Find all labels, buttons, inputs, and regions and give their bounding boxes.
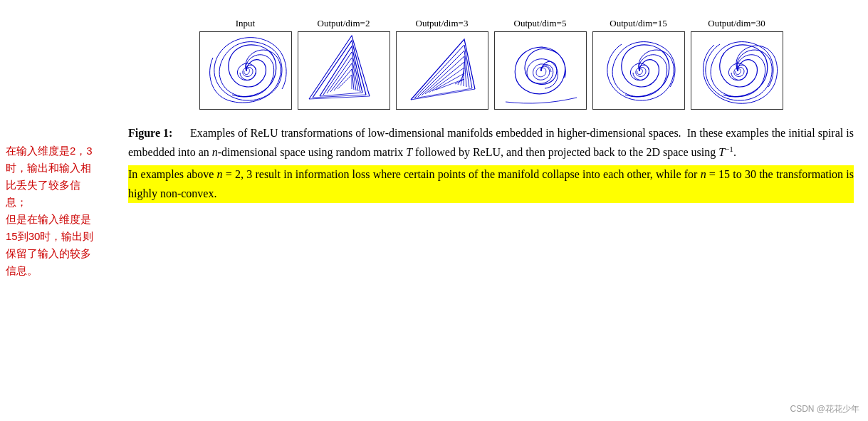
figure-input: Input xyxy=(199,18,292,110)
figure-dim3: Output/dim=3 xyxy=(396,18,488,110)
figure-dim30-box xyxy=(691,31,783,110)
watermark: CSDN @花花少年 xyxy=(790,403,859,415)
highlighted-paragraph: In examples above n = 2, 3 result in inf… xyxy=(128,165,854,203)
math-n2: n xyxy=(217,168,223,180)
figure-dim3-box xyxy=(396,31,488,110)
figure-dim5-label: Output/dim=5 xyxy=(514,18,567,29)
math-n: n xyxy=(212,147,218,159)
figure-dim2: Output/dim=2 xyxy=(298,18,390,110)
figure-dim2-label: Output/dim=2 xyxy=(318,18,370,29)
figure-dim15-label: Output/dim=15 xyxy=(610,18,666,29)
figure-number: Figure 1: xyxy=(128,127,172,139)
figure-dim30-label: Output/dim=30 xyxy=(708,18,765,29)
math-n3: n xyxy=(701,168,706,180)
figure-input-label: Input xyxy=(236,18,255,29)
figure-dim5: Output/dim=5 xyxy=(494,18,587,110)
figure-dim15: Output/dim=15 xyxy=(592,18,685,110)
caption-area: Figure 1: Examples of ReLU transformatio… xyxy=(128,124,854,407)
figure-dim5-box xyxy=(494,31,587,110)
caption-paragraph: Figure 1: Examples of ReLU transformatio… xyxy=(128,124,854,162)
figure-dim2-box xyxy=(298,31,390,110)
sidebar-chinese-text: 在输入维度是2，3 时，输出和输入相 比丢失了较多信 息； 但是在输入维度是 1… xyxy=(6,142,119,279)
figure-input-box xyxy=(199,31,292,110)
sidebar: 在输入维度是2，3 时，输出和输入相 比丢失了较多信 息； 但是在输入维度是 1… xyxy=(0,7,125,414)
math-T-inv: T xyxy=(718,147,725,159)
math-T: T xyxy=(406,147,412,159)
figure-dim30: Output/dim=30 xyxy=(691,18,783,110)
figure-dim15-box xyxy=(592,31,685,110)
figure-dim3-label: Output/dim=3 xyxy=(416,18,469,29)
main-content: Input xyxy=(125,7,868,414)
figures-row: Input xyxy=(128,14,854,110)
